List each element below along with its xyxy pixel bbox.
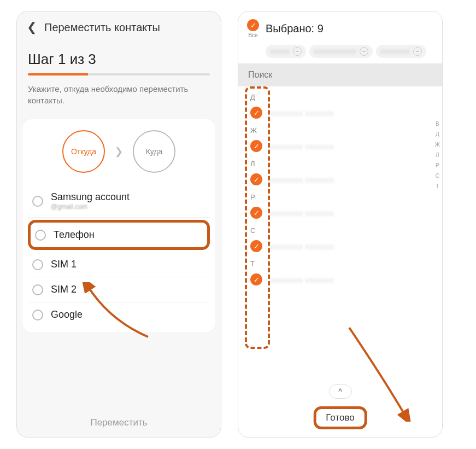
index-letter[interactable]: Д (436, 131, 439, 137)
from-circle[interactable]: Откуда (62, 130, 105, 173)
selected-chips: xxxxxx−xxxxxxxxxxxxx−xxxxxxxxx− (238, 42, 442, 63)
selected-chip[interactable]: xxxxxxxxxxxxx− (309, 45, 373, 58)
index-letter[interactable]: Ж (435, 142, 440, 148)
to-label: Куда (146, 147, 163, 156)
section-letter: С (238, 223, 442, 236)
instruction-text: Укажите, откуда необходимо переместить к… (17, 83, 221, 119)
check-icon[interactable]: ✓ (250, 173, 262, 185)
to-circle[interactable]: Куда (133, 130, 175, 173)
header-title: Переместить контакты (44, 21, 160, 34)
selected-chip[interactable]: xxxxxx− (266, 45, 306, 58)
selected-count: Выбрано: 9 (266, 22, 324, 35)
check-icon[interactable]: ✓ (250, 107, 262, 119)
source-item[interactable]: Google (28, 302, 210, 327)
select-all-label: Все (248, 32, 257, 38)
index-letter[interactable]: Т (436, 183, 439, 189)
chip-text: xxxxxx (270, 48, 290, 55)
section-letter: Л (238, 156, 442, 169)
contact-row[interactable]: ✓xxxxxxxx xxxxxxx (238, 269, 442, 290)
contacts-list: Д✓xxxxxxxx xxxxxxxЖ✓xxxxxxxx xxxxxxxЛ✓xx… (238, 86, 442, 290)
source-card: Откуда ❯ Куда Samsung account@gmail.comТ… (22, 119, 215, 333)
scroll-top-button[interactable]: ^ (329, 384, 352, 399)
check-icon[interactable]: ✓ (250, 273, 262, 285)
contact-name: xxxxxxxx xxxxxxx (270, 175, 434, 184)
section-letter: Д (238, 90, 442, 102)
remove-icon[interactable]: − (293, 47, 302, 56)
contact-name: xxxxxxxx xxxxxxx (270, 208, 434, 218)
from-label: Откуда (71, 147, 96, 156)
section-letter: Т (238, 256, 442, 269)
check-icon: ✓ (247, 19, 259, 31)
phone-left-move-contacts: ❮ Переместить контакты Шаг 1 из 3 Укажит… (16, 11, 221, 438)
source-name: SIM 1 (51, 259, 205, 270)
contact-row[interactable]: ✓xxxxxxxx xxxxxxx (238, 202, 442, 223)
selected-chip[interactable]: xxxxxxxxx− (376, 45, 426, 58)
chip-text: xxxxxxxxx (380, 48, 410, 55)
move-button[interactable]: Переместить (17, 417, 221, 428)
contact-row[interactable]: ✓xxxxxxxx xxxxxxx (238, 136, 442, 156)
progress-bar (28, 73, 210, 75)
source-item[interactable]: SIM 1 (28, 252, 210, 277)
radio-icon[interactable] (35, 230, 46, 241)
source-name: Google (51, 309, 205, 320)
back-icon[interactable]: ❮ (27, 20, 37, 34)
source-item[interactable]: SIM 2 (28, 277, 210, 302)
check-icon[interactable]: ✓ (250, 207, 262, 219)
select-all-toggle[interactable]: ✓ Все (247, 19, 259, 38)
radio-icon[interactable] (32, 284, 43, 295)
source-name: SIM 2 (51, 284, 205, 295)
source-name: Samsung account (51, 191, 205, 203)
source-name: Телефон (54, 229, 203, 241)
section-letter: Р (238, 190, 442, 202)
source-sub: @gmail.com (51, 203, 205, 211)
phone-right-select-contacts: ✓ Все Выбрано: 9 xxxxxx−xxxxxxxxxxxxx−xx… (238, 11, 443, 438)
radio-icon[interactable] (32, 310, 43, 320)
chevron-right-icon: ❯ (115, 145, 123, 158)
check-icon[interactable]: ✓ (250, 240, 262, 252)
source-item[interactable]: Samsung account@gmail.com (28, 185, 210, 218)
index-letter[interactable]: Р (436, 162, 439, 168)
header: ❮ Переместить контакты (17, 11, 221, 38)
radio-icon[interactable] (32, 196, 43, 207)
remove-icon[interactable]: − (360, 47, 368, 56)
progress-fill (28, 73, 88, 75)
done-button[interactable]: Готово (313, 406, 367, 429)
selection-header: ✓ Все Выбрано: 9 (238, 11, 442, 42)
contact-name: xxxxxxxx xxxxxxx (270, 108, 434, 118)
contact-row[interactable]: ✓xxxxxxxx xxxxxxx (238, 102, 442, 123)
alpha-index[interactable]: ВДЖЛРСТ (435, 121, 440, 189)
radio-icon[interactable] (32, 259, 43, 270)
check-icon[interactable]: ✓ (250, 140, 262, 152)
index-letter[interactable]: С (436, 173, 439, 179)
index-letter[interactable]: Л (436, 152, 439, 158)
remove-icon[interactable]: − (413, 47, 422, 56)
contact-row[interactable]: ✓xxxxxxxx xxxxxxx (238, 169, 442, 190)
contact-name: xxxxxxxx xxxxxxx (270, 275, 434, 284)
section-letter: Ж (238, 123, 442, 136)
source-item[interactable]: Телефон (28, 220, 210, 250)
contact-name: xxxxxxxx xxxxxxx (270, 142, 434, 151)
contact-row[interactable]: ✓xxxxxxxx xxxxxxx (238, 236, 442, 256)
search-input[interactable]: Поиск (238, 63, 442, 86)
step-title: Шаг 1 из 3 (17, 38, 221, 73)
from-to-circles: Откуда ❯ Куда (28, 130, 210, 173)
index-letter[interactable]: В (436, 121, 439, 127)
contact-name: xxxxxxxx xxxxxxx (270, 242, 434, 251)
chip-text: xxxxxxxxxxxxx (314, 48, 356, 55)
source-list: Samsung account@gmail.comТелефонSIM 1SIM… (28, 185, 210, 327)
